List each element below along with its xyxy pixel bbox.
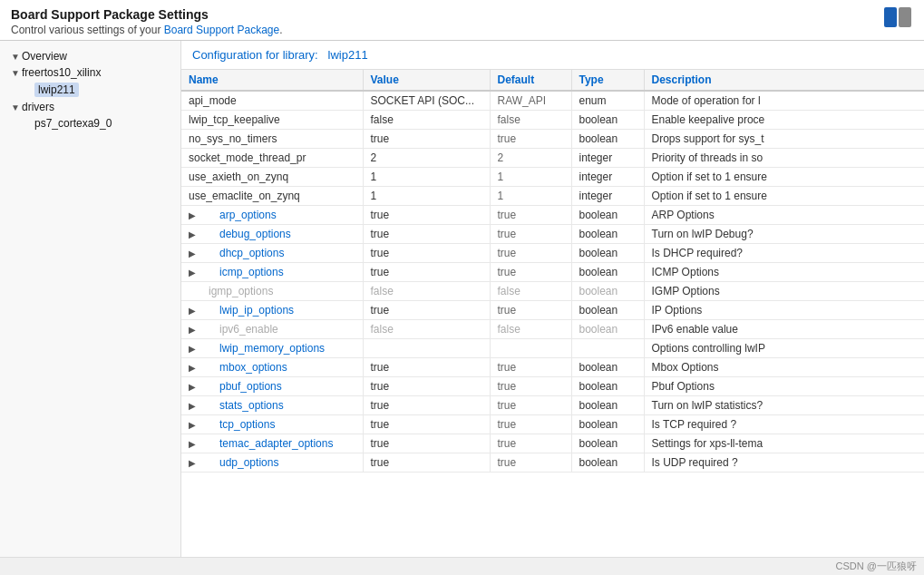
header: Board Support Package Settings Control v… [0,0,924,41]
expand-arrow-icon[interactable]: ▶ [189,229,196,239]
row-desc-cell: Is DHCP required? [644,244,924,263]
expand-arrow-icon[interactable]: ▶ [189,363,196,373]
arrow-icon: ▼ [9,50,22,63]
table-row[interactable]: ▶debug_optionstruetruebooleanTurn on lwI… [181,225,924,244]
row-desc-cell: Mode of operation for l [644,91,924,111]
sidebar-label-lwip: lwip211 [34,83,79,97]
main-content: ▼ Overview ▼ freertos10_xilinx lwip211 ▼… [0,41,924,557]
sidebar-item-drivers[interactable]: ▼ drivers [0,99,180,115]
expand-arrow-icon[interactable]: ▶ [189,249,196,258]
row-name-cell: ▶lwip_memory_options [181,339,363,358]
sidebar-item-lwip[interactable]: lwip211 [0,81,180,99]
row-desc-cell: ARP Options [644,206,924,225]
row-desc-cell: Priority of threads in so [644,149,924,168]
table-row[interactable]: igmp_optionsfalsefalsebooleanIGMP Option… [181,282,924,301]
row-name-text: debug_options [199,228,291,240]
config-library-label: Configuration for library: [192,48,318,62]
table-row[interactable]: ▶mbox_optionstruetruebooleanMbox Options [181,358,924,377]
row-type-cell: integer [571,149,644,168]
row-name-cell: socket_mode_thread_pr [181,149,363,168]
gear-icon [899,7,911,27]
row-default-cell: false [490,282,571,301]
row-name-cell: ▶stats_options [181,396,363,415]
row-desc-cell: Settings for xps-ll-tema [644,434,924,453]
expand-arrow-icon[interactable]: ▶ [189,382,196,392]
row-name-cell: ▶temac_adapter_options [181,434,363,453]
row-name-text: api_mode [189,94,237,107]
row-name-cell: ▶pbuf_options [181,377,363,396]
table-row[interactable]: use_emaclite_on_zynq11integerOption if s… [181,187,924,206]
expand-arrow-icon[interactable]: ▶ [189,344,196,354]
sidebar-item-overview[interactable]: ▼ Overview [0,48,180,64]
row-value-cell: true [363,225,490,244]
table-row[interactable]: no_sys_no_timerstruetruebooleanDrops sup… [181,130,924,149]
row-value-cell: true [363,244,490,263]
row-value-cell: true [363,263,490,282]
bsp-link[interactable]: Board Support Package [164,24,279,36]
table-row[interactable]: lwip_tcp_keepalivefalsefalsebooleanEnabl… [181,111,924,130]
table-row[interactable]: ▶temac_adapter_optionstruetruebooleanSet… [181,434,924,453]
row-value-cell: true [363,434,490,453]
arrow-icon [22,117,34,130]
table-row[interactable]: ▶tcp_optionstruetruebooleanIs TCP requir… [181,415,924,434]
row-type-cell: boolean [571,111,644,130]
row-value-cell: false [363,111,490,130]
row-desc-cell: Is TCP required ? [644,415,924,434]
row-type-cell [571,339,644,358]
row-name-text: lwip_ip_options [199,304,294,317]
table-row[interactable]: use_axieth_on_zynq11integerOption if set… [181,168,924,187]
expand-arrow-icon[interactable]: ▶ [189,401,196,411]
row-name-cell: use_emaclite_on_zynq [181,187,363,206]
row-value-cell: true [363,206,490,225]
table-row[interactable]: api_modeSOCKET API (SOC...RAW_APIenumMod… [181,91,924,111]
expand-arrow-icon[interactable]: ▶ [189,458,196,468]
sidebar-item-freertos[interactable]: ▼ freertos10_xilinx [0,64,180,81]
row-type-cell: boolean [571,301,644,320]
expand-arrow-icon[interactable]: ▶ [189,420,196,430]
row-default-cell: false [490,111,571,130]
row-type-cell: boolean [571,130,644,149]
row-name-text: arp_options [199,209,277,221]
row-type-cell: boolean [571,358,644,377]
row-default-cell: RAW_API [490,91,571,111]
expand-arrow-icon[interactable]: ▶ [189,268,196,278]
row-name-text: socket_mode_thread_pr [189,151,306,164]
row-type-cell: boolean [571,282,644,301]
row-desc-cell: Turn on lwIP statistics? [644,396,924,415]
row-name-text: mbox_options [199,361,287,374]
row-value-cell: true [363,377,490,396]
col-default: Default [490,70,571,91]
row-default-cell: true [490,301,571,320]
sidebar-item-ps7[interactable]: ps7_cortexa9_0 [0,115,180,132]
table-row[interactable]: ▶lwip_ip_optionstruetruebooleanIP Option… [181,301,924,320]
row-name-text: stats_options [199,399,284,412]
header-icons [884,7,913,29]
row-type-cell: boolean [571,453,644,473]
row-name-text: pbuf_options [199,380,282,393]
row-desc-cell: ICMP Options [644,263,924,282]
table-row[interactable]: ▶udp_optionstruetruebooleanIs UDP requir… [181,453,924,473]
row-name-cell: igmp_options [181,282,363,301]
expand-arrow-icon[interactable]: ▶ [189,325,196,335]
row-name-cell: api_mode [181,91,363,111]
table-row[interactable]: ▶ipv6_enablefalsefalsebooleanIPv6 enable… [181,320,924,339]
table-row[interactable]: ▶arp_optionstruetruebooleanARP Options [181,206,924,225]
expand-arrow-icon[interactable]: ▶ [189,439,196,449]
table-row[interactable]: ▶icmp_optionstruetruebooleanICMP Options [181,263,924,282]
expand-arrow-icon[interactable]: ▶ [189,210,196,220]
row-desc-cell: Turn on lwIP Debug? [644,225,924,244]
row-name-cell: ▶mbox_options [181,358,363,377]
table-row[interactable]: ▶stats_optionstruetruebooleanTurn on lwI… [181,396,924,415]
table-row[interactable]: socket_mode_thread_pr22integerPriority o… [181,149,924,168]
table-row[interactable]: ▶dhcp_optionstruetruebooleanIs DHCP requ… [181,244,924,263]
row-value-cell: 1 [363,187,490,206]
row-name-text: udp_options [199,456,278,469]
row-desc-cell: Enable keepalive proce [644,111,924,130]
expand-arrow-icon[interactable]: ▶ [189,306,196,316]
table-row[interactable]: ▶pbuf_optionstruetruebooleanPbuf Options [181,377,924,396]
table-row[interactable]: ▶lwip_memory_optionsOptions controlling … [181,339,924,358]
row-default-cell [490,339,571,358]
row-name-cell: no_sys_no_timers [181,130,363,149]
row-type-cell: boolean [571,244,644,263]
page-title: Board Support Package Settings [11,7,283,22]
